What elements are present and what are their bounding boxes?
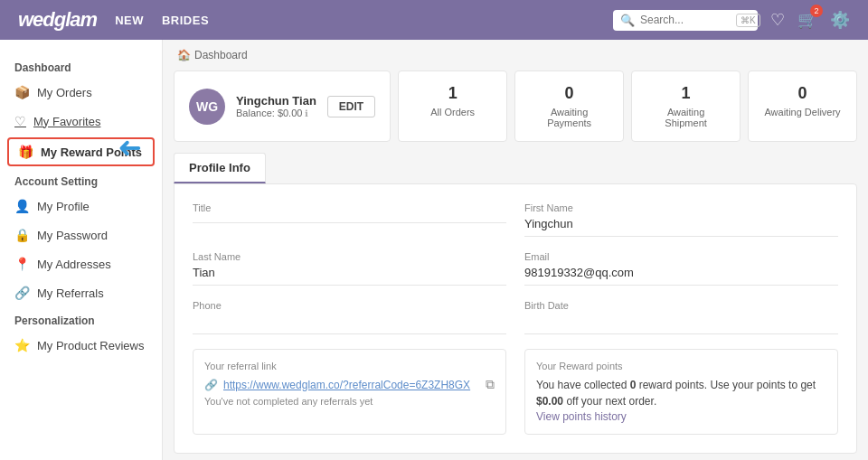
- user-card: WG Yingchun Tian Balance: $0.00 ℹ EDIT: [174, 70, 391, 142]
- sidebar-label-profile: My Profile: [37, 200, 90, 213]
- referrals-icon: 🔗: [14, 286, 30, 300]
- reward-text: You have collected 0 reward points. Use …: [536, 377, 826, 409]
- edit-button[interactable]: EDIT: [327, 96, 375, 117]
- reward-icon: 🎁: [18, 145, 33, 159]
- sidebar-label-addresses: My Addresses: [37, 258, 111, 271]
- stat-number-payments: 0: [530, 84, 609, 103]
- lastname-label: Last Name: [193, 251, 506, 262]
- referral-group: Your referral link 🔗 https://www.wedglam…: [193, 349, 506, 435]
- reward-amount: $0.00: [536, 395, 563, 408]
- stat-label-shipment: Awaiting Shipment: [646, 107, 725, 128]
- firstname-label: First Name: [524, 202, 838, 213]
- stat-number-all: 1: [413, 84, 492, 103]
- phone-label: Phone: [193, 300, 506, 311]
- form-group-firstname: First Name Yingchun: [524, 202, 838, 237]
- birthdate-value: [524, 314, 838, 334]
- user-name: Yingchun Tian: [236, 94, 316, 108]
- address-icon: 📍: [14, 257, 30, 271]
- view-points-history-link[interactable]: View points history: [536, 410, 627, 423]
- referral-link-row: 🔗 https://www.wedglam.co/?referralCode=6…: [204, 377, 495, 392]
- tab-profile-info[interactable]: Profile Info: [174, 153, 266, 183]
- form-row-2: Last Name Tian Email 981919332@qq.com: [193, 251, 838, 286]
- form-section: Title First Name Yingchun Last Name Tian…: [174, 183, 857, 454]
- form-group-birthdate: Birth Date: [524, 300, 838, 334]
- sidebar-label-reviews: My Product Reviews: [37, 339, 144, 352]
- arrow-container: 🎁 My Reward Points ➜: [0, 137, 162, 166]
- sidebar-section-personalization: Personalization: [0, 307, 162, 331]
- form-row-3: Phone Birth Date: [193, 300, 838, 334]
- user-balance: Balance: $0.00 ℹ: [236, 108, 316, 118]
- firstname-value: Yingchun: [524, 217, 838, 237]
- referral-section: Your referral link 🔗 https://www.wedglam…: [193, 349, 838, 435]
- search-box[interactable]: 🔍 ⌘K: [613, 10, 758, 31]
- nav-brides[interactable]: BRIDES: [162, 14, 209, 27]
- email-label: Email: [524, 251, 838, 262]
- reward-group: Your Reward points You have collected 0 …: [524, 349, 838, 435]
- sidebar-item-profile[interactable]: 👤 My Profile: [0, 192, 162, 221]
- title-label: Title: [193, 202, 506, 213]
- profile-tabs: Profile Info: [174, 153, 857, 183]
- search-shortcut: ⌘K: [736, 14, 760, 27]
- sidebar-section-account: Account Setting: [0, 168, 162, 192]
- settings-icon[interactable]: ⚙️: [830, 10, 850, 30]
- reward-points: 0: [630, 379, 637, 391]
- stat-number-delivery: 0: [763, 84, 842, 103]
- form-group-email: Email 981919332@qq.com: [524, 251, 838, 286]
- home-icon: 🏠: [177, 49, 191, 61]
- balance-label: Balance:: [236, 108, 275, 118]
- sidebar-label-favorites: My Favorites: [33, 115, 100, 128]
- referral-label: Your referral link: [204, 361, 495, 371]
- lastname-value: Tian: [193, 266, 506, 286]
- header-right: 🔍 ⌘K ♡ 🛒 2 ⚙️: [613, 10, 850, 31]
- stat-number-shipment: 1: [646, 84, 725, 103]
- wishlist-icon[interactable]: ♡: [770, 10, 785, 30]
- form-group-phone: Phone: [193, 300, 506, 334]
- sidebar-section-dashboard: Dashboard: [0, 54, 162, 78]
- main-nav: NEW BRIDES: [115, 14, 209, 27]
- sidebar-item-password[interactable]: 🔒 My Password: [0, 221, 162, 249]
- sidebar-item-reviews[interactable]: ⭐ My Product Reviews: [0, 331, 162, 360]
- form-group-title: Title: [193, 202, 506, 237]
- info-icon: ℹ: [305, 108, 308, 118]
- search-input[interactable]: [640, 14, 731, 26]
- blue-arrow-icon: ➜: [118, 130, 142, 164]
- sidebar-label-password: My Password: [37, 229, 108, 242]
- favorites-icon: ♡: [14, 114, 26, 128]
- password-icon: 🔒: [14, 228, 30, 242]
- breadcrumb: 🏠 Dashboard: [163, 40, 868, 70]
- reviews-icon: ⭐: [14, 338, 30, 352]
- stat-card-awaiting-delivery: 0 Awaiting Delivery: [748, 70, 857, 142]
- referral-note: You've not completed any referrals yet: [204, 396, 495, 407]
- avatar: WG: [189, 89, 225, 125]
- main-layout: Dashboard 📦 My Orders ♡ My Favorites 🎁 M…: [0, 40, 868, 460]
- copy-icon[interactable]: ⧉: [486, 377, 495, 392]
- header-left: wedglam NEW BRIDES: [18, 8, 209, 32]
- sidebar-item-referrals[interactable]: 🔗 My Referrals: [0, 278, 162, 307]
- header: wedglam NEW BRIDES 🔍 ⌘K ♡ 🛒 2 ⚙️: [0, 0, 868, 40]
- stat-label-all: All Orders: [413, 107, 492, 117]
- balance-value: $0.00: [278, 108, 303, 118]
- sidebar: Dashboard 📦 My Orders ♡ My Favorites 🎁 M…: [0, 40, 163, 460]
- stat-label-payments: Awaiting Payments: [530, 107, 609, 128]
- sidebar-item-addresses[interactable]: 📍 My Addresses: [0, 249, 162, 278]
- stat-card-awaiting-shipment: 1 Awaiting Shipment: [631, 70, 741, 142]
- cart-icon[interactable]: 🛒 2: [797, 10, 817, 30]
- email-value: 981919332@qq.com: [524, 266, 838, 286]
- link-icon: 🔗: [204, 379, 218, 391]
- orders-icon: 📦: [14, 85, 30, 99]
- cart-badge: 2: [810, 5, 823, 17]
- form-group-lastname: Last Name Tian: [193, 251, 506, 286]
- reward-text-mid: reward points. Use your points to get: [639, 379, 816, 391]
- search-icon: 🔍: [620, 14, 635, 27]
- reward-label: Your Reward points: [536, 361, 826, 371]
- sidebar-label-orders: My Orders: [37, 86, 92, 99]
- stats-row: WG Yingchun Tian Balance: $0.00 ℹ EDIT 1…: [174, 70, 857, 142]
- reward-text-suffix: off your next order.: [566, 395, 656, 408]
- logo: wedglam: [18, 8, 97, 32]
- sidebar-item-orders[interactable]: 📦 My Orders: [0, 78, 162, 107]
- nav-new[interactable]: NEW: [115, 14, 144, 27]
- referral-link[interactable]: https://www.wedglam.co/?referralCode=6Z3…: [223, 379, 470, 391]
- form-row-1: Title First Name Yingchun: [193, 202, 838, 237]
- birthdate-label: Birth Date: [524, 300, 838, 311]
- profile-icon: 👤: [14, 199, 30, 213]
